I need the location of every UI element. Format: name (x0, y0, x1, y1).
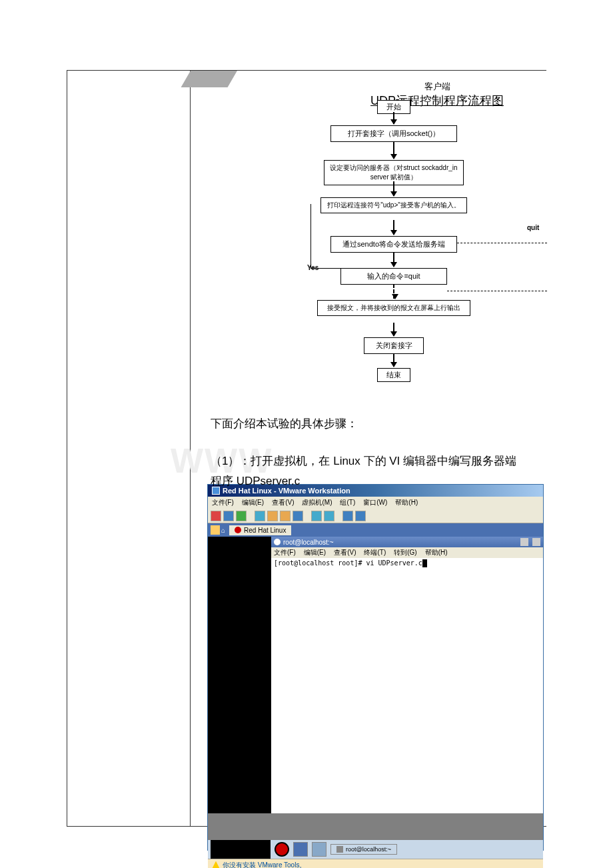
intro-text: 下面介绍本试验的具体步骤： (211, 414, 527, 435)
snapshot-icon[interactable] (255, 511, 265, 521)
terminal-icon (274, 539, 281, 545)
right-column: 客户端 UDP远程控制程序流程图 开始 打开套接字（调用socket()） 设定… (191, 71, 547, 826)
vmware-tabbar: ⌂ Red Hat Linux (208, 523, 543, 537)
taskbar-icon[interactable] (293, 842, 308, 857)
arrow (393, 112, 394, 124)
vm-desktop-black (208, 537, 271, 813)
term-menu-view[interactable]: 查看(V) (334, 548, 356, 557)
window-icon (336, 846, 343, 853)
home-icon[interactable] (211, 525, 220, 535)
fullscreen-icon[interactable] (311, 511, 322, 521)
vm-tab[interactable]: Red Hat Linux (229, 525, 291, 535)
redhat-logo-icon[interactable] (275, 842, 289, 857)
unity-icon[interactable] (342, 511, 353, 521)
flowchart-supertitle: 客户端 (424, 81, 450, 91)
manage-icon[interactable] (280, 511, 291, 521)
left-column (67, 71, 191, 826)
vmware-window: Red Hat Linux - VMware Workstation 文件(F)… (207, 484, 544, 851)
power-off-icon[interactable] (211, 511, 221, 521)
arrow (393, 181, 394, 196)
flow-prompt: 打印远程连接符号"udp>"接受客户机的输入。 (320, 197, 467, 213)
flow-recv: 接受报文，并将接收到的报文在屏幕上行输出 (317, 300, 470, 316)
vm-gray-area (208, 813, 543, 840)
toolbar-icon[interactable] (293, 511, 303, 521)
dashed-line-right2 (447, 291, 547, 291)
term-menu-help[interactable]: 帮助(H) (425, 548, 448, 557)
taskbar-icon2[interactable] (312, 842, 326, 857)
warning-icon (212, 861, 220, 869)
flow-socket: 打开套接字（调用socket()） (330, 125, 457, 142)
redhat-icon (235, 527, 241, 533)
term-menu-terminal[interactable]: 终端(T) (364, 548, 386, 557)
dashed-line-right (457, 243, 547, 243)
step-text: （1）：打开虚拟机，在 Linux 下的 VI 编辑器中编写服务器端程序 UDP… (211, 451, 527, 492)
term-menu-goto[interactable]: 转到(G) (394, 548, 416, 557)
taskbar-item-label: root@localhost:~ (346, 846, 391, 853)
gray-shape (181, 71, 237, 87)
vmware-warning: 你没有安装 VMware Tools。 (208, 859, 543, 868)
terminal-menubar: 文件(F) 编辑(E) 查看(V) 终端(T) 转到(G) 帮助(H) (271, 547, 543, 558)
tab-label: Red Hat Linux (244, 527, 286, 534)
minimize-icon[interactable] (520, 538, 528, 546)
term-menu-file[interactable]: 文件(F) (274, 548, 296, 557)
tab-home-label: ⌂ (221, 527, 225, 534)
page-frame: 客户端 UDP远程控制程序流程图 开始 打开套接字（调用socket()） 设定… (67, 70, 546, 827)
terminal-window: root@localhost:~ 文件(F) 编辑(E) 查看(V) 终端(T)… (271, 537, 543, 813)
flow-sendto: 通过sendto将命令发送给服务端 (330, 236, 457, 253)
cursor-icon (422, 559, 427, 567)
power-on-icon[interactable] (236, 511, 247, 521)
quickswitch-icon[interactable] (324, 511, 334, 521)
flowchart: 客户端 UDP远程控制程序流程图 开始 打开套接字（调用socket()） 设定… (191, 71, 547, 404)
flow-close: 关闭套接字 (364, 337, 424, 354)
arrow (393, 353, 394, 367)
taskbar-item[interactable]: root@localhost:~ (330, 844, 397, 855)
flow-check: 输入的命令=quit (340, 268, 447, 285)
gnome-taskbar: root@localhost:~ (208, 840, 543, 859)
label-quit: quit (527, 224, 539, 231)
vmware-toolbar (208, 509, 543, 523)
arrow-dashed (393, 284, 394, 299)
arrow (393, 252, 394, 267)
yes-line-v (310, 204, 311, 268)
maximize-icon[interactable] (532, 538, 540, 546)
terminal-titlebar: root@localhost:~ (271, 537, 543, 547)
suspend-icon[interactable] (223, 511, 234, 521)
terminal-body[interactable]: [root@localhost root]# vi UDPserver.c (271, 558, 543, 813)
summary-icon[interactable] (355, 511, 366, 521)
yes-line-h (310, 268, 340, 269)
text-section: 下面介绍本试验的具体步骤： （1）：打开虚拟机，在 Linux 下的 VI 编辑… (191, 404, 547, 502)
warning-text: 你没有安装 VMware Tools。 (223, 861, 306, 869)
terminal-prompt: [root@localhost root]# vi UDPserver.c (274, 559, 422, 567)
vm-content: root@localhost:~ 文件(F) 编辑(E) 查看(V) 终端(T)… (208, 537, 543, 813)
term-menu-edit[interactable]: 编辑(E) (304, 548, 326, 557)
revert-icon[interactable] (267, 511, 278, 521)
terminal-title: root@localhost:~ (283, 539, 333, 546)
arrow (393, 323, 394, 336)
black-spacer (211, 840, 271, 859)
arrow (393, 141, 394, 159)
flow-end: 结束 (377, 368, 410, 382)
arrow (393, 220, 394, 235)
